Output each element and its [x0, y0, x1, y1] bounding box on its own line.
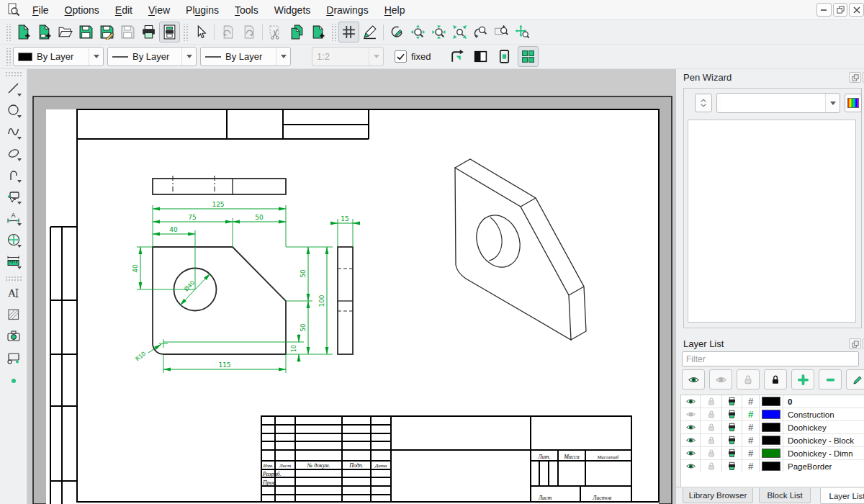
layer-color-cell[interactable] — [760, 395, 783, 408]
layer-visibility-toggle[interactable] — [681, 460, 701, 472]
lock-all-layers-button[interactable] — [764, 369, 787, 390]
layer-print-toggle[interactable] — [722, 447, 742, 459]
paste-button[interactable] — [307, 22, 328, 42]
layer-lock-toggle[interactable] — [701, 421, 722, 433]
copy-button[interactable] — [287, 22, 307, 42]
line-tool-button[interactable] — [4, 78, 24, 99]
layer-color-cell[interactable] — [760, 434, 783, 446]
zoom-pan-button[interactable] — [512, 22, 533, 42]
layer-name[interactable]: Doohickey - Dimn — [783, 447, 864, 459]
layer-construction-toggle[interactable]: # — [742, 447, 760, 459]
tab-layer-list[interactable]: Layer List — [820, 488, 864, 504]
measure-tool-button[interactable] — [4, 251, 24, 271]
zoom-in-button[interactable] — [408, 22, 428, 42]
layer-row[interactable]: # Construction — [681, 408, 864, 421]
layer-color-cell[interactable] — [760, 447, 783, 459]
toolbar-grip[interactable] — [330, 24, 336, 41]
scale-combo-disabled[interactable]: 1:2 — [312, 47, 384, 66]
pen-wizard-spin-button[interactable] — [695, 94, 712, 112]
ellipse-tool-button[interactable] — [4, 143, 24, 163]
layer-name[interactable]: PageBorder — [783, 460, 864, 472]
toggle-grid-blocks-button[interactable] — [518, 46, 539, 67]
show-all-layers-button[interactable] — [682, 369, 705, 390]
toolbar-grip[interactable] — [5, 48, 11, 66]
modify-tool-button[interactable] — [4, 230, 24, 250]
close-button[interactable] — [849, 3, 864, 17]
pen-width-combo[interactable]: By Layer — [107, 47, 197, 66]
layer-name[interactable]: Doohickey — [783, 421, 864, 433]
hatch-tool-button[interactable] — [4, 305, 24, 325]
block-tool-button[interactable] — [4, 348, 24, 368]
grid-toggle-button[interactable] — [338, 22, 359, 42]
layer-name[interactable]: Doohickey - Block — [783, 434, 864, 446]
tab-library-browser[interactable]: Library Browser — [683, 488, 753, 503]
layer-print-toggle[interactable] — [722, 421, 742, 433]
open-file-button[interactable] — [55, 22, 76, 42]
edit-layer-button[interactable] — [846, 369, 864, 390]
fixed-checkbox[interactable] — [395, 50, 407, 63]
layer-row[interactable]: # PageBorder — [681, 460, 864, 473]
menu-tools[interactable]: Tools — [229, 1, 264, 19]
pen-wizard-combo[interactable] — [716, 93, 840, 113]
minimize-button[interactable] — [816, 3, 832, 17]
menu-widgets[interactable]: Widgets — [269, 1, 317, 19]
restore-button[interactable] — [833, 3, 848, 17]
zoom-auto-button[interactable] — [449, 22, 470, 42]
layer-print-toggle[interactable] — [722, 395, 742, 408]
zoom-window-button[interactable] — [491, 22, 512, 42]
pen-wizard-color-button[interactable] — [845, 94, 862, 112]
zoom-previous-button[interactable] — [470, 22, 491, 42]
layer-name[interactable]: Construction — [783, 408, 864, 420]
point-tool-button[interactable] — [4, 371, 24, 391]
menu-view[interactable]: View — [143, 1, 176, 19]
menu-file[interactable]: File — [27, 1, 55, 19]
layer-row[interactable]: # Doohickey - Block — [681, 434, 864, 447]
new-document-button[interactable] — [13, 22, 34, 42]
layer-construction-toggle[interactable]: # — [742, 395, 760, 408]
layer-lock-toggle[interactable] — [701, 460, 722, 472]
print-preview-button[interactable] — [159, 22, 180, 42]
layer-color-cell[interactable] — [760, 460, 783, 472]
redo-button-disabled[interactable] — [238, 22, 259, 42]
zoom-out-button[interactable] — [428, 22, 449, 42]
layer-color-cell[interactable] — [760, 408, 783, 420]
layer-lock-toggle[interactable] — [701, 408, 722, 420]
menu-help[interactable]: Help — [379, 1, 411, 19]
menu-edit[interactable]: Edit — [109, 1, 138, 19]
layer-print-toggle[interactable] — [722, 408, 742, 420]
menu-options[interactable]: Options — [59, 1, 105, 19]
layer-visibility-toggle[interactable] — [681, 395, 701, 408]
toggle-draft-lines-button[interactable] — [494, 46, 515, 67]
circle-tool-button[interactable] — [4, 100, 24, 120]
layer-name[interactable]: 0 — [783, 395, 864, 408]
toolbar-grip[interactable] — [5, 276, 22, 282]
cut-button-disabled[interactable] — [266, 22, 287, 42]
draft-mode-button[interactable] — [359, 22, 380, 42]
layer-visibility-toggle[interactable] — [681, 421, 701, 433]
dimension-tool-button[interactable]: A — [4, 208, 24, 228]
new-from-template-button[interactable] — [34, 22, 55, 42]
layer-print-toggle[interactable] — [722, 434, 742, 446]
layer-construction-toggle[interactable]: # — [742, 408, 760, 420]
layer-filter-input[interactable] — [682, 351, 859, 366]
select-tool-button[interactable] — [4, 186, 24, 207]
layer-row[interactable]: # Doohickey — [681, 421, 864, 434]
add-layer-button[interactable] — [791, 369, 814, 390]
toolbar-grip[interactable] — [5, 24, 11, 41]
pen-linetype-combo[interactable]: By Layer — [200, 47, 291, 66]
pen-wizard-list[interactable] — [688, 120, 856, 323]
layer-construction-toggle[interactable]: # — [742, 421, 760, 433]
toolbar-grip[interactable] — [5, 71, 22, 77]
toggle-background-button[interactable] — [470, 46, 491, 67]
toolbar-grip[interactable] — [182, 24, 188, 41]
menu-drawings[interactable]: Drawings — [320, 1, 374, 19]
remove-layer-button[interactable] — [819, 369, 842, 390]
layer-print-toggle[interactable] — [722, 460, 742, 472]
save-as-button[interactable] — [96, 22, 117, 42]
spline-tool-button[interactable] — [4, 122, 24, 142]
pen-wizard-float-button[interactable] — [849, 72, 861, 83]
layer-row[interactable]: # Doohickey - Dimn — [681, 447, 864, 460]
drawing-canvas[interactable]: 125 75 50 40 40 50 100 50 10 115 R10 Ø40… — [27, 69, 675, 504]
print-button[interactable] — [138, 22, 159, 42]
save-button[interactable] — [76, 22, 96, 42]
